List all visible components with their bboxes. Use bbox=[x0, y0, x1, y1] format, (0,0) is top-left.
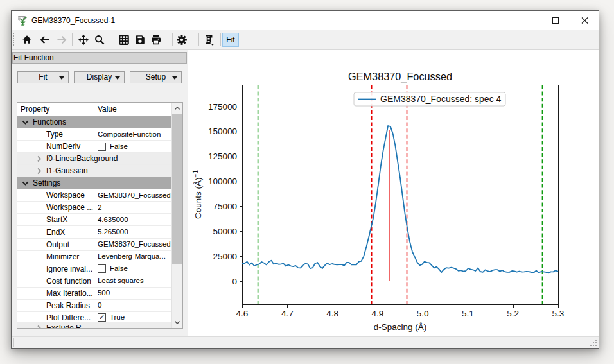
svg-text:GEM38370_Focussed: spec 4: GEM38370_Focussed: spec 4 bbox=[380, 94, 502, 104]
svg-text:4.8: 4.8 bbox=[326, 309, 338, 318]
svg-text:5.2: 5.2 bbox=[507, 309, 519, 318]
svg-text:5.3: 5.3 bbox=[552, 309, 565, 318]
svg-text:175000: 175000 bbox=[208, 102, 237, 112]
svg-text:50000: 50000 bbox=[213, 227, 237, 236]
svg-text:4.9: 4.9 bbox=[372, 309, 384, 318]
svg-text:Counts (Å)−1: Counts (Å)−1 bbox=[192, 170, 203, 219]
svg-text:GEM38370_Focussed: GEM38370_Focussed bbox=[348, 71, 452, 83]
svg-text:d-Spacing (Å): d-Spacing (Å) bbox=[374, 322, 427, 332]
svg-text:5.0: 5.0 bbox=[417, 309, 429, 318]
svg-text:150000: 150000 bbox=[208, 126, 237, 136]
svg-text:25000: 25000 bbox=[213, 252, 237, 261]
svg-text:100000: 100000 bbox=[208, 177, 237, 186]
svg-text:0: 0 bbox=[232, 277, 237, 286]
svg-text:5.1: 5.1 bbox=[462, 309, 474, 318]
svg-text:75000: 75000 bbox=[213, 202, 237, 211]
svg-text:4.6: 4.6 bbox=[236, 309, 249, 318]
svg-text:125000: 125000 bbox=[208, 152, 237, 161]
svg-text:4.7: 4.7 bbox=[281, 309, 294, 318]
